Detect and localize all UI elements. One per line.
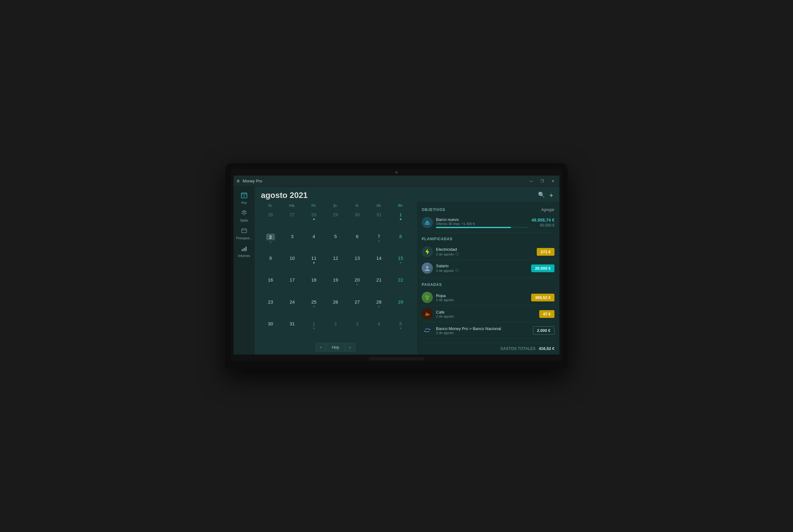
sidebar: 2 Hoy (234, 187, 255, 355)
electricidad-icon (422, 246, 433, 257)
sidebar-item-saldo[interactable]: Saldo (234, 207, 255, 225)
cafe-info: Cafe 2 de agosto (436, 310, 536, 318)
planificadas-title: PLANIFICADAS (422, 237, 453, 241)
cal-day-24[interactable]: 24 (281, 298, 303, 319)
barco-row[interactable]: Barco nuevo Últimos 30 días: +1.400 € 48… (422, 214, 554, 231)
cal-day-14[interactable]: 14 (368, 253, 390, 275)
sidebar-label-informes: Informes (238, 254, 250, 258)
cafe-row[interactable]: Cafe 2 de agosto 47 € (422, 306, 554, 322)
cal-day-3-next[interactable]: 3 (347, 319, 368, 340)
salario-info: Salario 2 de agosto ⓘ (436, 264, 528, 273)
cal-day-26[interactable]: 26 (325, 298, 347, 319)
today-button[interactable]: Hoy (326, 343, 345, 352)
reports-icon (241, 245, 247, 253)
dow-ju: ju. (325, 202, 347, 209)
cal-day-28-prev[interactable]: 28 (303, 210, 325, 231)
electricidad-name: Electricidad (436, 247, 534, 252)
svg-rect-8 (242, 229, 246, 233)
cal-day-16[interactable]: 16 (260, 275, 281, 297)
cal-day-2-today[interactable]: 2 (260, 232, 281, 253)
cal-day-18[interactable]: 18 (303, 275, 325, 297)
cal-day-13[interactable]: 13 (347, 253, 368, 275)
budget-icon (241, 227, 247, 235)
close-button[interactable]: ✕ (550, 178, 556, 184)
minimize-button[interactable]: — (528, 178, 535, 184)
ropa-name: Ropa (436, 293, 528, 298)
calendar-nav: ‹ Hoy › (260, 343, 411, 352)
dow-lu: lu. (260, 202, 281, 209)
cal-day-29-sun[interactable]: 29 (390, 298, 411, 319)
salario-row[interactable]: Salario 2 de agosto ⓘ 20.000 € (422, 260, 554, 277)
divider-1 (422, 233, 554, 233)
maximize-button[interactable]: ❐ (539, 178, 546, 184)
cal-day-31[interactable]: 31 (281, 319, 303, 340)
cal-day-11[interactable]: 11 (303, 253, 325, 275)
cal-day-22-sun[interactable]: 22 (390, 275, 411, 297)
cal-day-27-prev[interactable]: 27 (281, 210, 303, 231)
cal-day-20[interactable]: 20 (347, 275, 368, 297)
calendar-title: agosto 2021 (261, 190, 308, 200)
barco-info: Barco nuevo Últimos 30 días: +1.400 € (436, 217, 528, 228)
cal-day-30-prev[interactable]: 30 (347, 210, 368, 231)
salario-amount: 20.000 € (531, 264, 554, 272)
cal-day-7[interactable]: 7 (368, 232, 390, 253)
cafe-amount: 47 € (539, 310, 554, 318)
pagadas-title: PAGADAS (422, 283, 442, 287)
cal-day-6[interactable]: 6 (347, 232, 368, 253)
svg-point-19 (428, 295, 429, 296)
cal-day-8-sun[interactable]: 8 (390, 232, 411, 253)
cal-day-26-prev[interactable]: 26 (260, 210, 281, 231)
sidebar-item-presupuesto[interactable]: Presupue... (234, 225, 255, 242)
main-content: agosto 2021 🔍 + lu. (255, 187, 559, 355)
add-event-icon[interactable]: + (549, 191, 553, 200)
cal-day-9[interactable]: 9 (260, 253, 281, 275)
prev-month-button[interactable]: ‹ (316, 343, 327, 352)
cal-day-19[interactable]: 19 (325, 275, 347, 297)
calendar-header: agosto 2021 🔍 + (255, 187, 559, 202)
svg-text:2: 2 (243, 194, 245, 197)
cal-day-5-next-sun[interactable]: 5 (390, 319, 411, 340)
cal-day-31-prev[interactable]: 31 (368, 210, 390, 231)
total-bar: GASTOS TOTALES 416,52 € (422, 343, 554, 351)
cal-day-23[interactable]: 23 (260, 298, 281, 319)
cal-day-30[interactable]: 30 (260, 319, 281, 340)
cal-day-4-next[interactable]: 4 (368, 319, 390, 340)
svg-marker-25 (424, 331, 425, 332)
cal-day-10[interactable]: 10 (281, 253, 303, 275)
svg-marker-24 (429, 329, 431, 330)
barco-amount-secondary: 60.000 € (540, 223, 554, 227)
cal-day-1-sun[interactable]: 1 (390, 210, 411, 231)
cal-day-29-prev[interactable]: 29 (325, 210, 347, 231)
next-month-button[interactable]: › (345, 343, 356, 352)
cal-day-15-sun[interactable]: 15 (390, 253, 411, 275)
transfer-name: Banco Money Pro > Banco Nacional (436, 326, 530, 331)
dow-sa: sá. (368, 202, 390, 209)
agregar-button[interactable]: Agregar (541, 208, 554, 212)
hamburger-icon[interactable]: ≡ (237, 178, 239, 184)
ropa-row[interactable]: Ropa 2 de agosto 369,52 € (422, 289, 554, 306)
right-panel: OBJETIVOS Agregar (417, 202, 559, 355)
dow-do: do. (390, 202, 411, 209)
app-title: Money Pro (243, 179, 528, 183)
cal-day-21[interactable]: 21 (368, 275, 390, 297)
cal-day-28[interactable]: 28 (368, 298, 390, 319)
cal-day-17[interactable]: 17 (281, 275, 303, 297)
barco-icon (422, 217, 433, 228)
cal-day-2-next[interactable]: 2 (325, 319, 347, 340)
cal-day-5[interactable]: 5 (325, 232, 347, 253)
barco-amounts: 48.958,74 € 60.000 € (532, 217, 554, 227)
sidebar-item-informes[interactable]: Informes (234, 242, 255, 260)
cal-day-1-next[interactable]: 1 (303, 319, 325, 340)
svg-point-16 (426, 266, 428, 268)
search-icon[interactable]: 🔍 (538, 191, 545, 200)
cal-day-12[interactable]: 12 (325, 253, 347, 275)
pagadas-section: PAGADAS (422, 281, 554, 339)
cal-day-27[interactable]: 27 (347, 298, 368, 319)
sidebar-item-hoy[interactable]: 2 Hoy (234, 189, 255, 207)
transfer-row[interactable]: Banco Money Pro > Banco Nacional 2 de ag… (422, 322, 554, 339)
cal-day-4[interactable]: 4 (303, 232, 325, 253)
cal-day-25[interactable]: 25 (303, 298, 325, 319)
electricidad-row[interactable]: Electricidad 2 de agosto ⓘ 271 € (422, 244, 554, 260)
cafe-icon (422, 308, 433, 320)
cal-day-3[interactable]: 3 (281, 232, 303, 253)
